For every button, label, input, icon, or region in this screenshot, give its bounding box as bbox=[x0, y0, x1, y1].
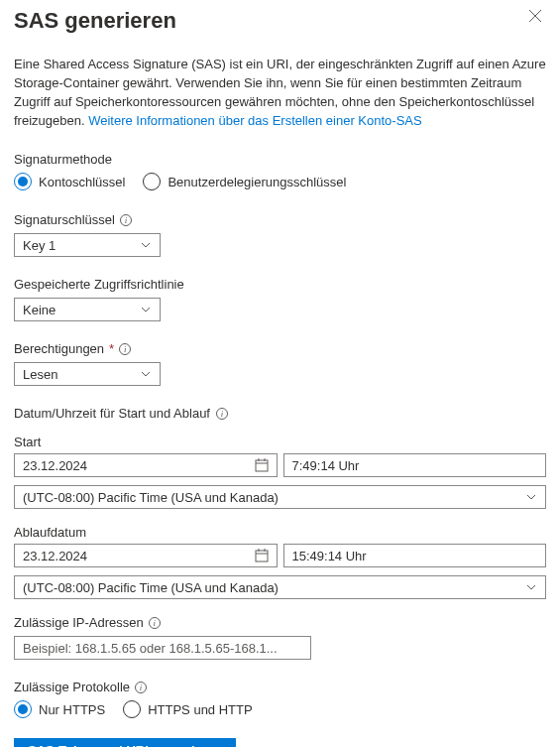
info-icon[interactable]: i bbox=[120, 214, 132, 226]
radio-user-delegation[interactable]: Benutzerdelegierungsschlüssel bbox=[143, 173, 346, 190]
stored-policy-label: Gespeicherte Zugriffsrichtlinie bbox=[14, 277, 546, 292]
svg-rect-4 bbox=[256, 551, 268, 561]
datetime-header: Datum/Uhrzeit für Start und Ablauf bbox=[14, 406, 210, 421]
start-label: Start bbox=[14, 435, 546, 449]
stored-policy-dropdown[interactable]: Keine bbox=[14, 298, 161, 321]
radio-account-key[interactable]: Kontoschlüssel bbox=[14, 173, 125, 190]
expiry-date-value: 23.12.2024 bbox=[23, 549, 87, 563]
signing-key-dropdown[interactable]: Key 1 bbox=[14, 233, 161, 257]
ip-addresses-input[interactable] bbox=[14, 636, 311, 660]
radio-icon bbox=[14, 700, 32, 718]
start-timezone-dropdown[interactable]: (UTC-08:00) Pacific Time (USA und Kanada… bbox=[14, 485, 546, 509]
stored-policy-value: Keine bbox=[23, 303, 56, 317]
generate-sas-button[interactable]: SAS-Token und URL generieren bbox=[14, 738, 236, 747]
radio-label: Benutzerdelegierungsschlüssel bbox=[168, 175, 346, 189]
chevron-down-icon bbox=[525, 491, 537, 503]
learn-more-link[interactable]: Weitere Informationen über das Erstellen… bbox=[88, 113, 422, 128]
expiry-time-input[interactable]: 15:49:14 Uhr bbox=[283, 544, 547, 567]
permissions-dropdown[interactable]: Lesen bbox=[14, 362, 161, 386]
chevron-down-icon bbox=[140, 368, 152, 380]
radio-label: Nur HTTPS bbox=[39, 702, 105, 717]
start-date-value: 23.12.2024 bbox=[23, 458, 87, 473]
radio-icon bbox=[14, 173, 32, 190]
start-timezone-value: (UTC-08:00) Pacific Time (USA und Kanada… bbox=[23, 490, 279, 505]
start-date-input[interactable]: 23.12.2024 bbox=[14, 453, 278, 477]
expiry-timezone-value: (UTC-08:00) Pacific Time (USA und Kanada… bbox=[23, 580, 279, 595]
signing-key-value: Key 1 bbox=[23, 238, 56, 253]
radio-icon bbox=[143, 173, 161, 190]
calendar-icon bbox=[255, 458, 269, 472]
chevron-down-icon bbox=[140, 239, 152, 251]
required-indicator: * bbox=[109, 341, 114, 356]
info-icon[interactable]: i bbox=[216, 408, 228, 420]
expiry-time-value: 15:49:14 Uhr bbox=[292, 549, 367, 563]
calendar-icon bbox=[255, 549, 269, 562]
description-text: Eine Shared Access Signature (SAS) ist e… bbox=[14, 56, 546, 130]
radio-label: HTTPS und HTTP bbox=[148, 702, 252, 717]
chevron-down-icon bbox=[525, 581, 537, 593]
signing-key-label: Signaturschlüssel bbox=[14, 212, 115, 227]
page-title: SAS generieren bbox=[14, 8, 176, 34]
radio-icon bbox=[123, 700, 141, 718]
permissions-label: Berechtigungen bbox=[14, 341, 104, 356]
info-icon[interactable]: i bbox=[149, 617, 161, 629]
start-time-input[interactable]: 7:49:14 Uhr bbox=[283, 453, 547, 477]
radio-label: Kontoschlüssel bbox=[39, 175, 125, 189]
expiry-timezone-dropdown[interactable]: (UTC-08:00) Pacific Time (USA und Kanada… bbox=[14, 575, 546, 599]
svg-rect-0 bbox=[256, 460, 268, 471]
radio-https-and-http[interactable]: HTTPS und HTTP bbox=[123, 700, 252, 718]
signature-method-group: Kontoschlüssel Benutzerdelegierungsschlü… bbox=[14, 173, 546, 190]
permissions-value: Lesen bbox=[23, 367, 57, 382]
start-time-value: 7:49:14 Uhr bbox=[292, 458, 360, 473]
info-icon[interactable]: i bbox=[135, 682, 147, 693]
close-icon bbox=[528, 7, 542, 27]
close-button[interactable] bbox=[524, 8, 546, 26]
expiry-date-input[interactable]: 23.12.2024 bbox=[14, 544, 278, 567]
radio-https-only[interactable]: Nur HTTPS bbox=[14, 700, 105, 718]
protocols-label: Zulässige Protokolle bbox=[14, 680, 130, 694]
signature-method-label: Signaturmethode bbox=[14, 152, 546, 167]
expiry-label: Ablaufdatum bbox=[14, 525, 546, 540]
chevron-down-icon bbox=[140, 304, 152, 315]
ip-addresses-label: Zulässige IP-Adressen bbox=[14, 615, 144, 630]
info-icon[interactable]: i bbox=[119, 343, 131, 355]
